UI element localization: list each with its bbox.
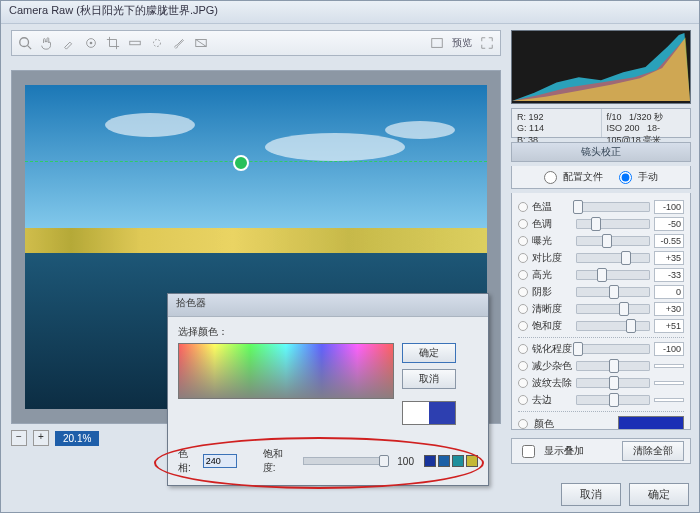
slider-thumb[interactable] <box>602 234 612 248</box>
slider-value[interactable]: -50 <box>654 217 684 231</box>
slider-reset-dot[interactable] <box>518 270 528 280</box>
slider-track[interactable] <box>576 344 650 354</box>
slider-row: 色调 -50 <box>518 217 684 231</box>
target-icon[interactable] <box>84 36 98 50</box>
rgb-readout: R: 192 G: 114 B: 38 <box>512 109 602 137</box>
exif-readout: f/10 1/320 秒 ISO 200 18-105@18 毫米 <box>602 109 691 137</box>
preset-swatch[interactable] <box>438 455 450 467</box>
ok-button[interactable]: 确定 <box>629 483 689 506</box>
panel-title: 镜头校正 <box>511 142 691 162</box>
slider-track[interactable] <box>576 236 650 246</box>
slider-reset-dot[interactable] <box>518 287 528 297</box>
zoom-out-button[interactable]: − <box>11 430 27 446</box>
svg-point-0 <box>20 38 29 47</box>
slider-value[interactable]: -0.55 <box>654 234 684 248</box>
gradient-guide[interactable] <box>25 161 487 162</box>
slider-thumb[interactable] <box>621 251 631 265</box>
slider-value[interactable] <box>654 381 684 385</box>
slider-thumb[interactable] <box>573 342 583 356</box>
slider-value[interactable]: -100 <box>654 200 684 214</box>
slider-value[interactable]: +51 <box>654 319 684 333</box>
zoom-tool-icon[interactable] <box>18 36 32 50</box>
preview-toggle-icon[interactable] <box>430 36 444 50</box>
gradient-handle[interactable] <box>233 155 249 171</box>
slider-track[interactable] <box>576 253 650 263</box>
slider-thumb[interactable] <box>626 319 636 333</box>
saturation-thumb[interactable] <box>379 455 389 467</box>
slider-track[interactable] <box>576 395 650 405</box>
slider-thumb[interactable] <box>609 393 619 407</box>
preset-swatch[interactable] <box>466 455 478 467</box>
zoom-in-button[interactable]: + <box>33 430 49 446</box>
slider-reset-dot[interactable] <box>518 202 528 212</box>
dialog-cancel-button[interactable]: 取消 <box>402 369 456 389</box>
eyedropper-icon[interactable] <box>62 36 76 50</box>
slider-track[interactable] <box>576 361 650 371</box>
slider-track[interactable] <box>576 321 650 331</box>
slider-track[interactable] <box>576 304 650 314</box>
straighten-icon[interactable] <box>128 36 142 50</box>
show-overlay-label: 显示叠加 <box>544 444 584 458</box>
slider-value[interactable]: 0 <box>654 285 684 299</box>
slider-row: 锐化程度 -100 <box>518 342 684 356</box>
dialog-subtitle: 选择颜色： <box>178 325 478 339</box>
zoom-level[interactable]: 20.1% <box>55 431 99 446</box>
spot-icon[interactable] <box>150 36 164 50</box>
new-color-swatch <box>403 402 429 424</box>
slider-reset-dot[interactable] <box>518 304 528 314</box>
slider-reset-dot[interactable] <box>518 378 528 388</box>
slider-value[interactable]: +30 <box>654 302 684 316</box>
crop-icon[interactable] <box>106 36 120 50</box>
color-swatch[interactable] <box>618 416 684 430</box>
preset-swatch[interactable] <box>452 455 464 467</box>
slider-label: 清晰度 <box>532 302 572 316</box>
slider-track[interactable] <box>576 219 650 229</box>
slider-reset-dot[interactable] <box>518 395 528 405</box>
info-readout: R: 192 G: 114 B: 38 f/10 1/320 秒 ISO 200… <box>511 108 691 138</box>
overlay-row: 显示叠加 清除全部 <box>511 438 691 464</box>
slider-track[interactable] <box>576 378 650 388</box>
color-spectrum[interactable] <box>178 343 394 399</box>
slider-thumb[interactable] <box>609 359 619 373</box>
slider-thumb[interactable] <box>609 376 619 390</box>
gradient-icon[interactable] <box>194 36 208 50</box>
slider-reset-dot[interactable] <box>518 361 528 371</box>
slider-reset-dot[interactable] <box>518 219 528 229</box>
slider-thumb[interactable] <box>609 285 619 299</box>
slider-reset-dot[interactable] <box>518 321 528 331</box>
cancel-button[interactable]: 取消 <box>561 483 621 506</box>
slider-row: 清晰度 +30 <box>518 302 684 316</box>
slider-label: 阴影 <box>532 285 572 299</box>
slider-value[interactable]: +35 <box>654 251 684 265</box>
fullscreen-icon[interactable] <box>480 36 494 50</box>
slider-reset-dot[interactable] <box>518 419 528 429</box>
slider-value[interactable]: -33 <box>654 268 684 282</box>
slider-value[interactable] <box>654 398 684 402</box>
slider-thumb[interactable] <box>597 268 607 282</box>
slider-track[interactable] <box>576 202 650 212</box>
hand-tool-icon[interactable] <box>40 36 54 50</box>
brush-icon[interactable] <box>172 36 186 50</box>
slider-thumb[interactable] <box>573 200 583 214</box>
saturation-slider[interactable] <box>303 457 389 465</box>
slider-track[interactable] <box>576 270 650 280</box>
show-overlay-checkbox[interactable] <box>522 445 535 458</box>
slider-reset-dot[interactable] <box>518 344 528 354</box>
color-label: 颜色 <box>534 417 574 430</box>
slider-track[interactable] <box>576 287 650 297</box>
dialog-ok-button[interactable]: 确定 <box>402 343 456 363</box>
slider-value[interactable] <box>654 364 684 368</box>
old-color-swatch <box>429 402 455 424</box>
sliders-panel: 色温 -100 色调 -50 曝光 -0.55 对比度 +35 高光 -33 阴… <box>511 193 691 430</box>
slider-thumb[interactable] <box>619 302 629 316</box>
slider-reset-dot[interactable] <box>518 236 528 246</box>
left-pane: 预览 拾色器 <box>1 24 507 464</box>
radio-manual[interactable]: 手动 <box>619 170 658 184</box>
radio-profile[interactable]: 配置文件 <box>544 170 603 184</box>
hue-input[interactable] <box>203 454 237 468</box>
slider-thumb[interactable] <box>591 217 601 231</box>
preset-swatch[interactable] <box>424 455 436 467</box>
slider-reset-dot[interactable] <box>518 253 528 263</box>
reset-all-button[interactable]: 清除全部 <box>622 441 684 461</box>
slider-value[interactable]: -100 <box>654 342 684 356</box>
